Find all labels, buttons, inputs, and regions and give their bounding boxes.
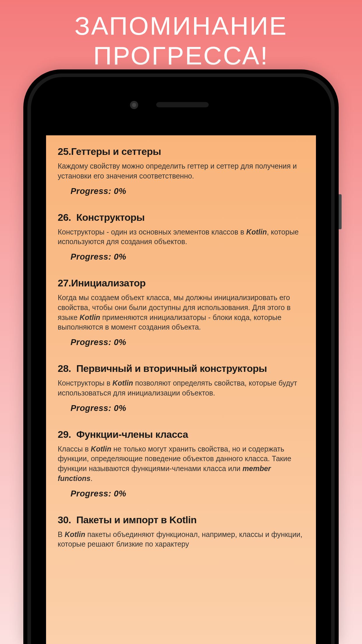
phone-side-button bbox=[339, 194, 342, 229]
lesson-description: В Kotlin пакеты объединяют функционал, н… bbox=[58, 530, 304, 550]
lesson-title: 30. Пакеты и импорт в Kotlin bbox=[58, 514, 304, 526]
lesson-item[interactable]: 26. КонструкторыКонструкторы - один из о… bbox=[58, 212, 304, 262]
lesson-description: Когда мы создаем объект класса, мы должн… bbox=[58, 293, 304, 332]
camera-icon bbox=[130, 101, 138, 109]
lesson-title: 26. Конструкторы bbox=[58, 212, 304, 223]
lesson-item[interactable]: 25.Геттеры и сеттерыКаждому свойству мож… bbox=[58, 146, 304, 196]
lesson-item[interactable]: 28. Первичный и вторичный конструкторыКо… bbox=[58, 363, 304, 413]
lesson-title: 27.Инициализатор bbox=[58, 277, 304, 289]
lesson-progress: Progress: 0% bbox=[58, 252, 304, 262]
lesson-list[interactable]: 25.Геттеры и сеттерыКаждому свойству мож… bbox=[46, 135, 316, 549]
speaker-icon bbox=[156, 102, 209, 107]
lesson-description: Классы в Kotlin не только могут хранить … bbox=[58, 444, 304, 484]
app-screen[interactable]: 25.Геттеры и сеттерыКаждому свойству мож… bbox=[46, 135, 316, 644]
phone-frame: 25.Геттеры и сеттерыКаждому свойству мож… bbox=[23, 69, 339, 644]
lesson-item[interactable]: 29. Функции-члены классаКлассы в Kotlin … bbox=[58, 429, 304, 498]
promo-title: Запоминание прогресса! bbox=[0, 0, 362, 71]
lesson-item[interactable]: 30. Пакеты и импорт в KotlinВ Kotlin пак… bbox=[58, 514, 304, 550]
lesson-progress: Progress: 0% bbox=[58, 186, 304, 196]
lesson-progress: Progress: 0% bbox=[58, 489, 304, 498]
lesson-progress: Progress: 0% bbox=[58, 403, 304, 413]
lesson-title: 29. Функции-члены класса bbox=[58, 429, 304, 440]
lesson-title: 28. Первичный и вторичный конструкторы bbox=[58, 363, 304, 374]
lesson-progress: Progress: 0% bbox=[58, 337, 304, 347]
lesson-description: Конструкторы - один из основных элементо… bbox=[58, 227, 304, 247]
lesson-item[interactable]: 27.ИнициализаторКогда мы создаем объект … bbox=[58, 277, 304, 347]
lesson-description: Конструкторы в Kotlin позволяют определя… bbox=[58, 378, 304, 398]
lesson-description: Каждому свойству можно определить геттер… bbox=[58, 161, 304, 181]
lesson-title: 25.Геттеры и сеттеры bbox=[58, 146, 304, 157]
